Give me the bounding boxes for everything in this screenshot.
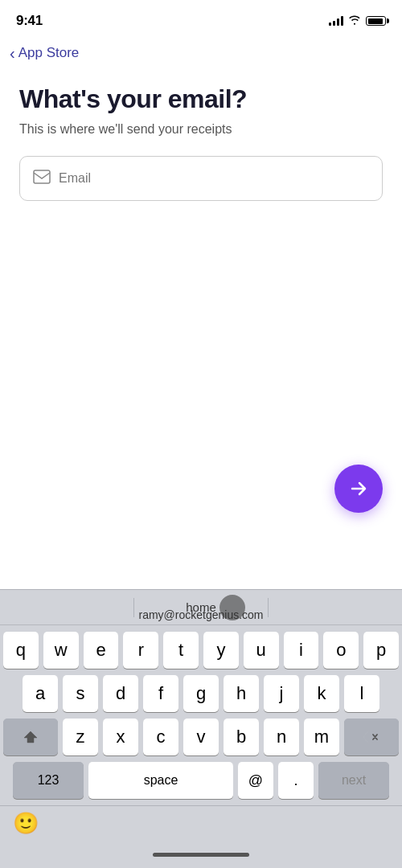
key-b[interactable]: b: [224, 719, 259, 755]
key-space[interactable]: space: [88, 762, 233, 799]
home-indicator: [0, 841, 402, 868]
key-c[interactable]: c: [143, 719, 178, 755]
email-input-wrapper[interactable]: [19, 156, 383, 201]
key-q[interactable]: q: [3, 632, 39, 669]
main-content: What's your email? This is where we'll s…: [0, 71, 402, 201]
keyboard-rows: q w e r t y u i o p a s d f g h j k l: [0, 625, 402, 805]
key-next[interactable]: next: [318, 762, 389, 799]
key-t[interactable]: t: [163, 632, 199, 669]
key-j[interactable]: j: [264, 675, 299, 712]
home-bar: [153, 853, 249, 857]
page-subtitle: This is where we'll send your receipts: [19, 122, 383, 137]
key-a[interactable]: a: [23, 675, 58, 712]
key-o[interactable]: o: [323, 632, 359, 669]
page-title: What's your email?: [19, 84, 383, 114]
key-period[interactable]: .: [278, 762, 314, 799]
key-row-2: a s d f g h j k l: [3, 675, 399, 712]
key-n[interactable]: n: [264, 719, 299, 755]
svg-rect-0: [34, 170, 50, 183]
key-y[interactable]: y: [203, 632, 239, 669]
key-u[interactable]: u: [244, 632, 279, 669]
status-bar: 9:41: [0, 0, 402, 35]
key-d[interactable]: d: [103, 675, 138, 712]
key-w[interactable]: w: [43, 632, 79, 669]
emoji-button[interactable]: 🙂: [13, 811, 39, 836]
back-label: App Store: [18, 45, 80, 61]
key-row-1: q w e r t y u i o p: [3, 632, 399, 669]
key-h[interactable]: h: [224, 675, 259, 712]
status-icons: [329, 14, 386, 28]
signal-icon: [329, 16, 343, 26]
back-button[interactable]: ‹ App Store: [10, 45, 79, 61]
key-k[interactable]: k: [304, 675, 339, 712]
key-e[interactable]: e: [84, 632, 119, 669]
wifi-icon: [348, 14, 361, 28]
key-p[interactable]: p: [363, 632, 399, 669]
key-s[interactable]: s: [63, 675, 98, 712]
status-time: 9:41: [16, 13, 43, 29]
email-input[interactable]: [59, 171, 369, 186]
key-row-3: z x c v b n m: [3, 719, 399, 755]
key-v[interactable]: v: [183, 719, 219, 755]
next-button[interactable]: [334, 465, 383, 513]
chevron-left-icon: ‹: [10, 45, 15, 61]
key-shift[interactable]: [3, 719, 58, 755]
key-z[interactable]: z: [63, 719, 98, 755]
key-g[interactable]: g: [183, 675, 219, 712]
key-backspace[interactable]: [344, 719, 399, 755]
key-r[interactable]: r: [123, 632, 158, 669]
emoji-row: 🙂: [0, 805, 402, 841]
arrow-right-icon: [347, 477, 370, 500]
key-m[interactable]: m: [304, 719, 339, 755]
battery-icon: [366, 16, 386, 26]
key-row-4: 123 space @ . next: [3, 762, 399, 799]
key-l[interactable]: l: [344, 675, 379, 712]
nav-bar: ‹ App Store: [0, 35, 402, 71]
key-f[interactable]: f: [143, 675, 178, 712]
key-123[interactable]: 123: [13, 762, 84, 799]
predictive-bar: home ramy@rocketgenius.com: [0, 590, 402, 625]
mail-icon: [33, 170, 51, 187]
predictive-email[interactable]: ramy@rocketgenius.com: [0, 608, 402, 621]
key-at[interactable]: @: [238, 762, 273, 799]
key-i[interactable]: i: [284, 632, 319, 669]
keyboard[interactable]: home ramy@rocketgenius.com q w e r t y u…: [0, 589, 402, 868]
key-x[interactable]: x: [103, 719, 138, 755]
